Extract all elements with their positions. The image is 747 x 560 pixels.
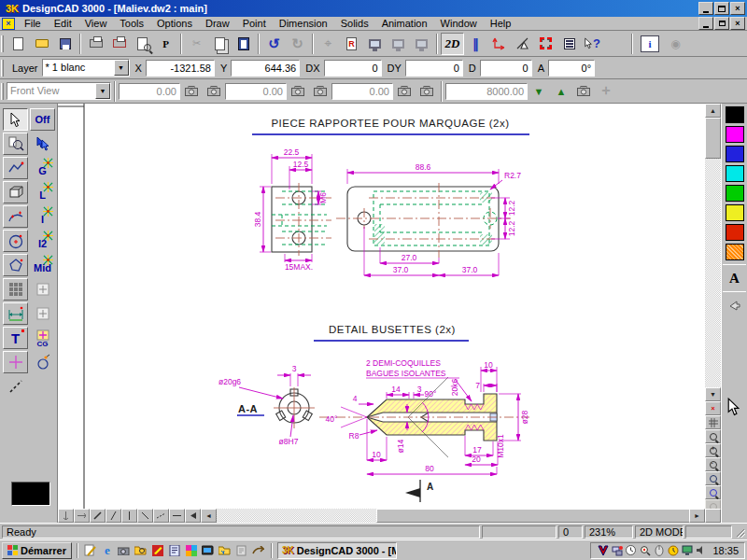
gravity-snap-button[interactable]: G: [30, 157, 55, 179]
tray-network-icon[interactable]: [611, 544, 623, 556]
selection-button[interactable]: [534, 33, 557, 55]
info-button[interactable]: i: [636, 33, 664, 55]
quicklaunch-doc-icon[interactable]: [234, 543, 249, 557]
toolbar-grip[interactable]: [1, 83, 4, 100]
quicklaunch-tv-icon[interactable]: [201, 543, 216, 557]
quicklaunch-paint-icon[interactable]: [150, 543, 165, 557]
palette-swatch-cyan[interactable]: [726, 165, 744, 182]
plot-button[interactable]: P: [154, 33, 177, 55]
display-button-1[interactable]: [363, 33, 387, 55]
chevron-down-icon[interactable]: ▼: [114, 60, 129, 76]
camera-down-button[interactable]: [309, 81, 331, 102]
open-button[interactable]: [30, 33, 53, 55]
menu-file[interactable]: File: [18, 17, 48, 31]
save-button[interactable]: [53, 33, 77, 55]
render-button[interactable]: R: [340, 33, 363, 55]
tray-volume-icon[interactable]: [695, 544, 707, 556]
line-tool-button-6[interactable]: [137, 509, 153, 523]
taskbar-designcad-button[interactable]: 3K DesignCAD 3000 - [M...: [277, 542, 397, 559]
mdi-minimize-button[interactable]: [698, 17, 713, 30]
snap-off-button[interactable]: Off: [30, 108, 55, 131]
box-tool-button[interactable]: [3, 181, 28, 203]
line-tool-button-4[interactable]: [106, 509, 121, 523]
midpoint-snap-button[interactable]: Mid: [30, 254, 55, 276]
quicklaunch-arrow-icon[interactable]: [251, 543, 266, 557]
quicklaunch-notes-icon[interactable]: [167, 543, 182, 557]
taskbar-clock[interactable]: 18:35: [712, 545, 739, 556]
cut-button[interactable]: ✂: [185, 33, 208, 55]
menu-view[interactable]: View: [78, 17, 114, 31]
origin-button[interactable]: ⌖: [317, 33, 340, 55]
menu-help[interactable]: Help: [484, 17, 518, 31]
tray-scheduler-icon[interactable]: [625, 544, 637, 556]
scroll-left-button[interactable]: ◄: [201, 509, 217, 523]
line-tool-button-7[interactable]: [153, 509, 169, 523]
palette-swatch-blue[interactable]: [726, 146, 744, 162]
menu-options[interactable]: Options: [150, 17, 199, 31]
current-color-swatch[interactable]: [11, 482, 50, 506]
undo-button[interactable]: ↺: [262, 33, 286, 55]
line-snap-button[interactable]: L: [30, 181, 55, 203]
tray-mouse-icon[interactable]: [653, 544, 665, 556]
line-tool-button-5[interactable]: [121, 509, 137, 523]
palette-swatch-black[interactable]: [726, 106, 744, 123]
camera-zoom-button[interactable]: [572, 81, 595, 102]
close-button[interactable]: ×: [730, 2, 745, 15]
menu-solids[interactable]: Solids: [334, 17, 375, 31]
line-tool-button-9[interactable]: [185, 509, 201, 523]
layer-list-button[interactable]: [557, 33, 581, 55]
parallel-button[interactable]: ∥: [464, 33, 487, 55]
grid-point2-button[interactable]: [30, 302, 55, 325]
zoom-in-button[interactable]: +: [705, 443, 721, 457]
pan-y-input[interactable]: 0.00: [225, 83, 287, 100]
zoom-window-button[interactable]: [705, 429, 721, 443]
palette-swatch-red[interactable]: [726, 224, 744, 241]
dy-input[interactable]: 0: [405, 60, 463, 77]
palette-swatch-magenta[interactable]: [726, 126, 744, 143]
toolbar-grip[interactable]: [1, 35, 4, 52]
menu-animation[interactable]: Animation: [375, 17, 434, 31]
zoom-out-button[interactable]: -: [705, 457, 721, 471]
menu-window[interactable]: Window: [434, 17, 484, 31]
d-input[interactable]: 0: [480, 60, 532, 77]
tray-antivirus-icon[interactable]: [597, 544, 609, 556]
zoom-extents-button[interactable]: [705, 485, 721, 499]
paste-button[interactable]: [232, 33, 255, 55]
camera-up-button[interactable]: [287, 81, 309, 102]
redo-button[interactable]: ↻: [286, 33, 309, 55]
view-combo[interactable]: Front View ▼: [7, 82, 111, 100]
palette-swatch-yellow[interactable]: [726, 204, 744, 221]
mode-2d-button[interactable]: 2D: [441, 33, 464, 55]
polyline-tool-button[interactable]: [3, 157, 28, 179]
intersection2-snap-button[interactable]: I2: [30, 230, 55, 252]
circle-tool-button[interactable]: [3, 230, 28, 252]
intersection-snap-button[interactable]: I: [30, 205, 55, 228]
camera-rotate-right-button[interactable]: [416, 81, 438, 102]
document-icon[interactable]: ×: [2, 18, 15, 30]
walk-down-button[interactable]: ▼: [528, 81, 550, 102]
grid-point-button[interactable]: [30, 278, 55, 301]
rotate-input[interactable]: 0.00: [331, 83, 393, 100]
tray-clock-icon[interactable]: [667, 544, 679, 556]
resize-grip-icon[interactable]: [734, 526, 745, 538]
grid-toggle-button[interactable]: [705, 415, 721, 429]
scroll-down-button[interactable]: ▼: [705, 387, 721, 401]
mdi-restore-button[interactable]: [714, 17, 729, 30]
start-button[interactable]: Démarrer: [2, 542, 72, 559]
quicklaunch-folder-icon[interactable]: [218, 543, 233, 557]
zoom-previous-button[interactable]: [705, 471, 721, 485]
tray-magnifier-icon[interactable]: [639, 544, 651, 556]
tray-display-icon[interactable]: [681, 544, 693, 556]
line-tool-button-1[interactable]: [58, 509, 74, 523]
quicklaunch-find-icon[interactable]: [134, 543, 148, 557]
vscroll-thumb[interactable]: [705, 118, 721, 159]
toolbar-grip[interactable]: [1, 60, 4, 77]
arc-tool-button[interactable]: [3, 205, 28, 228]
zoom-tool-button[interactable]: [3, 133, 28, 155]
pan-x-input[interactable]: 0.00: [119, 83, 180, 100]
tangent-tool-button[interactable]: [30, 351, 55, 373]
chevron-down-icon[interactable]: ▼: [95, 83, 110, 99]
display-button-2[interactable]: [387, 33, 410, 55]
x-input[interactable]: -1321.58: [146, 60, 215, 77]
menu-tools[interactable]: Tools: [113, 17, 150, 31]
